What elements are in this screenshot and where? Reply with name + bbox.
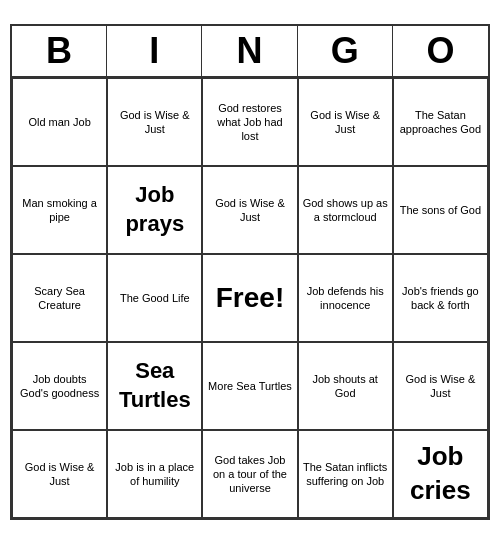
cell-2-3: Job defends his innocence (298, 254, 393, 342)
cell-text-1-0: Man smoking a pipe (17, 196, 102, 225)
cell-0-2: God restores what Job had lost (202, 78, 297, 166)
header-letter-g: G (298, 26, 393, 76)
cell-text-4-3: The Satan inflicts suffering on Job (303, 460, 388, 489)
cell-text-2-4: Job's friends go back & forth (398, 284, 483, 313)
cell-text-4-1: Job is in a place of humility (112, 460, 197, 489)
cell-text-1-2: God is Wise & Just (207, 196, 292, 225)
cell-text-1-1: Job prays (112, 181, 197, 238)
cell-4-1: Job is in a place of humility (107, 430, 202, 518)
cell-4-2: God takes Job on a tour of the universe (202, 430, 297, 518)
header-letter-n: N (202, 26, 297, 76)
cell-text-2-0: Scary Sea Creature (17, 284, 102, 313)
cell-text-4-0: God is Wise & Just (17, 460, 102, 489)
cell-4-4: Job cries (393, 430, 488, 518)
cell-text-3-2: More Sea Turtles (208, 379, 292, 393)
cell-text-0-1: God is Wise & Just (112, 108, 197, 137)
cell-0-0: Old man Job (12, 78, 107, 166)
header-letter-b: B (12, 26, 107, 76)
header-letter-o: O (393, 26, 488, 76)
cell-0-3: God is Wise & Just (298, 78, 393, 166)
cell-text-0-2: God restores what Job had lost (207, 101, 292, 144)
cell-text-0-0: Old man Job (28, 115, 90, 129)
cell-text-4-4: Job cries (398, 440, 483, 508)
cell-1-1: Job prays (107, 166, 202, 254)
cell-text-3-4: God is Wise & Just (398, 372, 483, 401)
cell-4-0: God is Wise & Just (12, 430, 107, 518)
cell-text-0-3: God is Wise & Just (303, 108, 388, 137)
cell-1-4: The sons of God (393, 166, 488, 254)
cell-text-3-3: Job shouts at God (303, 372, 388, 401)
cell-1-3: God shows up as a stormcloud (298, 166, 393, 254)
cell-text-2-1: The Good Life (120, 291, 190, 305)
cell-3-3: Job shouts at God (298, 342, 393, 430)
header-letter-i: I (107, 26, 202, 76)
bingo-grid: Old man JobGod is Wise & JustGod restore… (12, 78, 488, 518)
cell-text-3-0: Job doubts God's goodness (17, 372, 102, 401)
cell-1-2: God is Wise & Just (202, 166, 297, 254)
cell-2-0: Scary Sea Creature (12, 254, 107, 342)
cell-2-1: The Good Life (107, 254, 202, 342)
cell-0-1: God is Wise & Just (107, 78, 202, 166)
cell-2-4: Job's friends go back & forth (393, 254, 488, 342)
bingo-header: BINGO (12, 26, 488, 78)
cell-2-2: Free! (202, 254, 297, 342)
cell-4-3: The Satan inflicts suffering on Job (298, 430, 393, 518)
cell-0-4: The Satan approaches God (393, 78, 488, 166)
cell-text-0-4: The Satan approaches God (398, 108, 483, 137)
cell-3-4: God is Wise & Just (393, 342, 488, 430)
cell-text-1-4: The sons of God (400, 203, 481, 217)
cell-text-1-3: God shows up as a stormcloud (303, 196, 388, 225)
cell-3-0: Job doubts God's goodness (12, 342, 107, 430)
cell-text-4-2: God takes Job on a tour of the universe (207, 453, 292, 496)
cell-3-1: Sea Turtles (107, 342, 202, 430)
cell-text-3-1: Sea Turtles (112, 357, 197, 414)
cell-3-2: More Sea Turtles (202, 342, 297, 430)
bingo-card: BINGO Old man JobGod is Wise & JustGod r… (10, 24, 490, 520)
cell-text-2-2: Free! (216, 280, 284, 316)
cell-1-0: Man smoking a pipe (12, 166, 107, 254)
cell-text-2-3: Job defends his innocence (303, 284, 388, 313)
